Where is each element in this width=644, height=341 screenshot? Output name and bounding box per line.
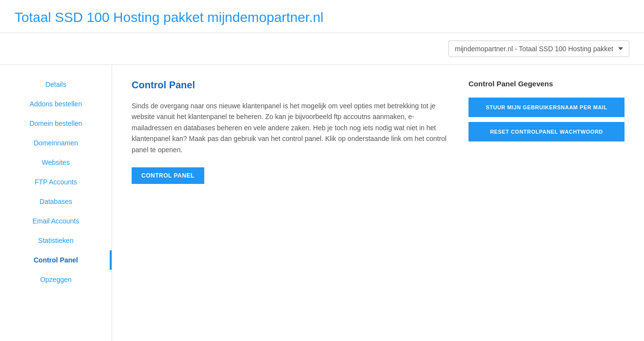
reset-password-button[interactable]: RESET CONTROLPANEL WACHTWOORD: [468, 122, 624, 141]
sidebar-item-websites[interactable]: Websites: [0, 153, 112, 172]
content-area: Control Panel Sinds de overgang naar ons…: [112, 65, 644, 341]
content-body-text: Sinds de overgang naar ons nieuwe klante…: [132, 100, 449, 155]
chevron-down-icon: [618, 47, 623, 50]
sidebar-item-statistieken[interactable]: Statistieken: [0, 231, 112, 250]
content-title: Control Panel: [132, 80, 449, 91]
main-layout: Details Addons bestellen Domein bestelle…: [0, 65, 644, 341]
sidebar-item-domein-bestellen[interactable]: Domein bestellen: [0, 114, 112, 133]
sidebar-item-ftp-accounts[interactable]: FTP Accounts: [0, 172, 112, 192]
page-header: Totaal SSD 100 Hosting pakket mijndemopa…: [0, 0, 644, 33]
sidebar-item-addons-bestellen[interactable]: Addons bestellen: [0, 94, 112, 114]
sidebar-item-domeinnamen[interactable]: Domeinnamen: [0, 133, 112, 153]
sidebar-item-details[interactable]: Details: [0, 75, 112, 94]
send-username-button[interactable]: STUUR MIJN GEBRUIKERSNAAM PER MAIL: [468, 98, 624, 117]
page-title: Totaal SSD 100 Hosting pakket mijndemopa…: [15, 10, 629, 25]
control-panel-button[interactable]: CONTROL PANEL: [132, 167, 204, 184]
sidebar-item-control-panel[interactable]: Control Panel: [0, 250, 112, 270]
sidebar: Details Addons bestellen Domein bestelle…: [0, 65, 112, 341]
header-controls: mijndemopartner.nl - Totaal SSD 100 Host…: [0, 33, 644, 65]
right-panel: Control Panel Gegevens STUUR MIJN GEBRUI…: [468, 80, 624, 328]
sidebar-item-opzeggen[interactable]: Opzeggen: [0, 270, 112, 289]
sidebar-item-databases[interactable]: Databases: [0, 192, 112, 211]
right-panel-title: Control Panel Gegevens: [468, 80, 624, 88]
domain-selector-text: mijndemopartner.nl - Totaal SSD 100 Host…: [455, 45, 613, 53]
domain-selector[interactable]: mijndemopartner.nl - Totaal SSD 100 Host…: [449, 40, 629, 57]
sidebar-item-email-accounts[interactable]: Email Accounts: [0, 211, 112, 231]
main-content: Control Panel Sinds de overgang naar ons…: [132, 80, 449, 328]
